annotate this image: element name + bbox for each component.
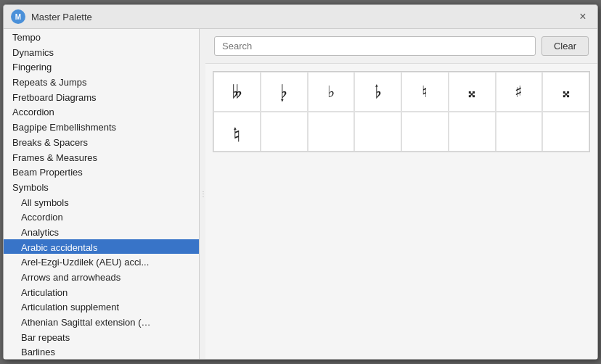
palette-cell-3[interactable]: 𝄬 bbox=[354, 72, 401, 112]
sidebar-item-accordion-sub[interactable]: Accordion bbox=[4, 209, 199, 224]
palette-cell-12 bbox=[401, 112, 449, 152]
sidebar-item-all-symbols[interactable]: All symbols bbox=[4, 194, 199, 210]
sidebar-item-dynamics[interactable]: Dynamics bbox=[4, 44, 199, 59]
palette-cell-4[interactable]: ♮ bbox=[401, 72, 449, 112]
sidebar-item-symbols[interactable]: Symbols bbox=[4, 179, 199, 194]
app-icon: M bbox=[11, 9, 25, 24]
sidebar-item-arrows[interactable]: Arrows and arrowheads bbox=[4, 269, 199, 284]
close-button[interactable]: × bbox=[576, 9, 590, 24]
palette-grid: 𝄫𝄭♭𝄬♮𝄪♯𝄪𝄮 bbox=[213, 71, 590, 152]
palette-cell-9 bbox=[261, 112, 308, 152]
sidebar-item-beam-properties[interactable]: Beam Properties bbox=[4, 164, 199, 179]
palette-area: 𝄫𝄭♭𝄬♮𝄪♯𝄪𝄮 bbox=[205, 64, 597, 359]
palette-cell-10 bbox=[308, 112, 355, 152]
sidebar-item-bar-repeats[interactable]: Bar repeats bbox=[4, 329, 199, 344]
sidebar-item-athenian-sagittal[interactable]: Athenian Sagittal extension (… bbox=[4, 314, 199, 329]
palette-cell-5[interactable]: 𝄪 bbox=[449, 72, 496, 112]
titlebar-left: M Master Palette bbox=[11, 9, 92, 24]
sidebar-item-bagpipe-embellishments[interactable]: Bagpipe Embellishments bbox=[4, 119, 199, 134]
sidebar-item-fingering[interactable]: Fingering bbox=[4, 59, 199, 74]
palette-cell-15 bbox=[542, 112, 589, 152]
sidebar-item-arabic-accidentals[interactable]: Arabic accidentals bbox=[4, 239, 199, 255]
sidebar-item-fretboard-diagrams[interactable]: Fretboard Diagrams bbox=[4, 89, 199, 104]
palette-cell-0[interactable]: 𝄫 bbox=[213, 72, 261, 112]
sidebar-item-breaks-spacers[interactable]: Breaks & Spacers bbox=[4, 134, 199, 149]
palette-cell-8[interactable]: 𝄮 bbox=[213, 112, 261, 152]
palette-cell-2[interactable]: ♭ bbox=[308, 72, 355, 112]
dialog-title: Master Palette bbox=[31, 12, 92, 22]
master-palette-dialog: M Master Palette × TempoDynamicsFingerin… bbox=[3, 4, 598, 360]
search-bar: Clear bbox=[205, 29, 597, 64]
palette-cell-13 bbox=[449, 112, 496, 152]
palette-cell-14 bbox=[496, 112, 543, 152]
content-area: TempoDynamicsFingeringRepeats & JumpsFre… bbox=[4, 29, 597, 359]
sidebar-item-articulation[interactable]: Articulation bbox=[4, 284, 199, 299]
sidebar-item-arel-ezgi[interactable]: Arel-Ezgi-Uzdilek (AEU) acci... bbox=[4, 254, 199, 269]
main-area: Clear 𝄫𝄭♭𝄬♮𝄪♯𝄪𝄮 bbox=[205, 29, 597, 359]
sidebar: TempoDynamicsFingeringRepeats & JumpsFre… bbox=[4, 29, 200, 359]
sidebar-item-repeats-jumps[interactable]: Repeats & Jumps bbox=[4, 74, 199, 89]
search-input[interactable] bbox=[214, 36, 536, 56]
palette-cell-1[interactable]: 𝄭 bbox=[261, 72, 308, 112]
sidebar-item-tempo[interactable]: Tempo bbox=[4, 29, 199, 44]
resize-handle[interactable]: ⋮ bbox=[200, 29, 205, 359]
sidebar-item-accordion[interactable]: Accordion bbox=[4, 104, 199, 119]
palette-cell-11 bbox=[354, 112, 401, 152]
clear-button[interactable]: Clear bbox=[541, 36, 589, 56]
palette-cell-7[interactable]: 𝄪 bbox=[542, 72, 589, 112]
sidebar-item-frames-measures[interactable]: Frames & Measures bbox=[4, 149, 199, 165]
titlebar: M Master Palette × bbox=[4, 5, 597, 29]
sidebar-item-analytics[interactable]: Analytics bbox=[4, 224, 199, 239]
app-icon-label: M bbox=[15, 13, 21, 21]
sidebar-item-articulation-supplement[interactable]: Articulation supplement bbox=[4, 299, 199, 314]
sidebar-item-barlines[interactable]: Barlines bbox=[4, 344, 199, 359]
palette-cell-6[interactable]: ♯ bbox=[496, 72, 543, 112]
